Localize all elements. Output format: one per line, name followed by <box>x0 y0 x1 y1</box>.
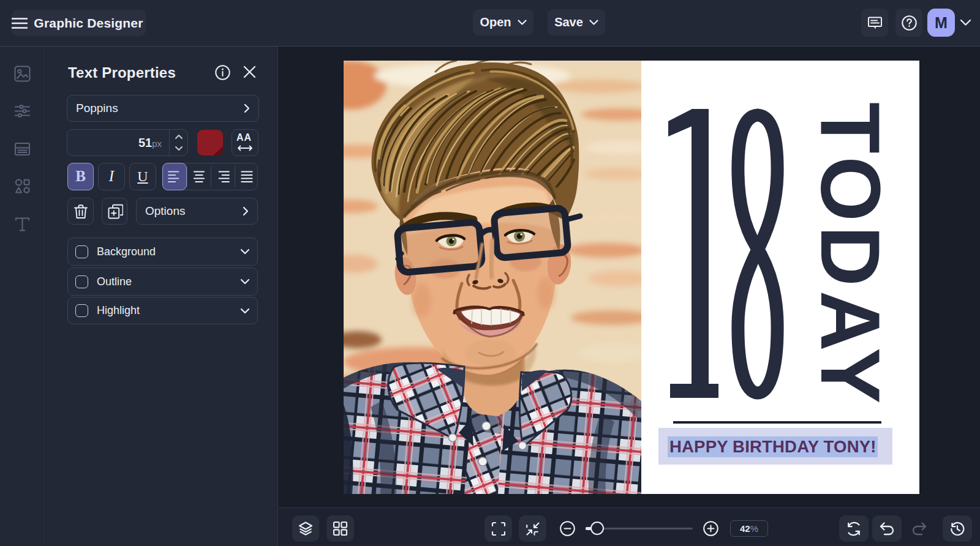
svg-text:TODAY: TODAY <box>804 102 897 408</box>
svg-text:HAPPY BIRTHDAY TONY!: HAPPY BIRTHDAY TONY! <box>669 437 876 456</box>
